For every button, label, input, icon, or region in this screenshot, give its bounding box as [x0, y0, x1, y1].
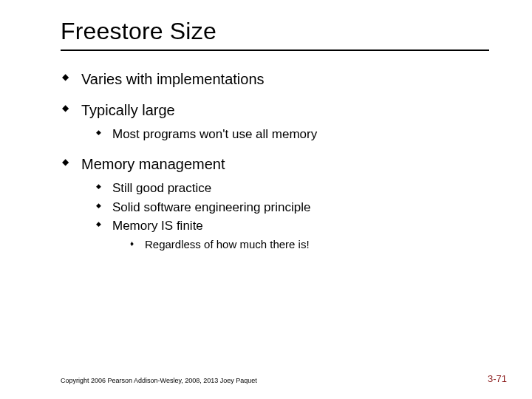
- bullet-sublist: Still good practice Solid software engin…: [81, 180, 488, 252]
- bullet-text: Most programs won't use all memory: [112, 127, 317, 141]
- bullet-item: Still good practice: [95, 180, 488, 196]
- bullet-text: Memory management: [81, 156, 225, 172]
- bullet-text: Varies with implementations: [81, 71, 265, 87]
- bullet-text: Still good practice: [112, 181, 211, 195]
- bullet-item: Memory IS finite Regardless of how much …: [95, 218, 488, 252]
- bullet-text: Memory IS finite: [112, 219, 203, 233]
- bullet-text: Regardless of how much there is!: [145, 238, 310, 250]
- bullet-item: Solid software engineering principle: [95, 200, 488, 215]
- bullet-item: Memory management Still good practice So…: [61, 155, 488, 252]
- copyright-footer: Copyright 2006 Pearson Addison-Wesley, 2…: [61, 377, 257, 384]
- bullet-text: Typically large: [81, 102, 175, 118]
- slide: Freestore Size Varies with implementatio…: [0, 0, 532, 399]
- bullet-text: Solid software engineering principle: [112, 200, 310, 214]
- slide-title: Freestore Size: [61, 18, 488, 45]
- bullet-item: Regardless of how much there is!: [129, 238, 488, 252]
- bullet-item: Most programs won't use all memory: [95, 126, 488, 142]
- bullet-sublist: Most programs won't use all memory: [81, 126, 488, 142]
- bullet-item: Typically large Most programs won't use …: [61, 101, 488, 142]
- bullet-sublist: Regardless of how much there is!: [112, 238, 488, 252]
- bullet-list: Varies with implementations Typically la…: [61, 70, 488, 252]
- bullet-item: Varies with implementations: [61, 70, 488, 88]
- page-number: 3-71: [488, 373, 507, 384]
- title-underline: [61, 50, 489, 51]
